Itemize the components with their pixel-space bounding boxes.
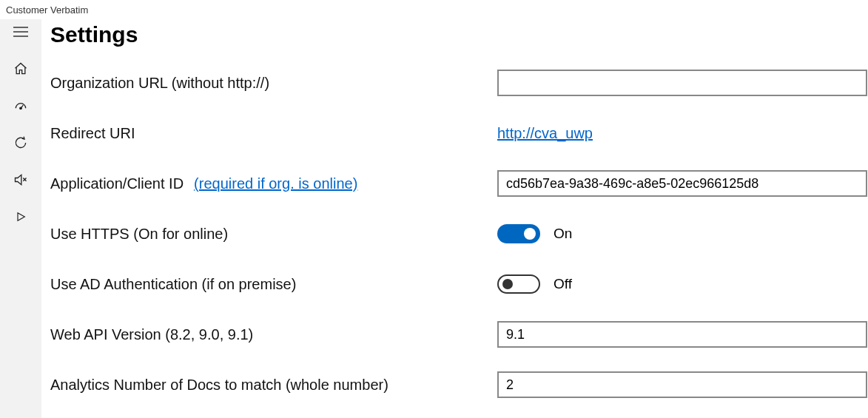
toggle-use-https[interactable]: [497, 224, 540, 243]
hamburger-icon[interactable]: [13, 24, 29, 40]
label-api-version: Web API Version (8.2, 9.0, 9.1): [50, 326, 497, 343]
settings-panel: Settings Organization URL (without http:…: [41, 19, 868, 418]
play-icon[interactable]: [13, 209, 29, 225]
input-analytics-docs[interactable]: [497, 371, 867, 398]
window-title: Customer Verbatim: [0, 0, 868, 19]
row-client-id: Application/Client ID (required if org. …: [50, 158, 868, 209]
speedometer-icon[interactable]: [13, 98, 29, 114]
label-analytics-docs: Analytics Number of Docs to match (whole…: [50, 377, 497, 394]
mute-icon[interactable]: [13, 172, 29, 188]
sidebar: [0, 19, 41, 418]
svg-marker-7: [18, 213, 24, 221]
label-org-url: Organization URL (without http://): [50, 75, 497, 92]
hint-client-id[interactable]: (required if org. is online): [194, 175, 357, 192]
row-api-version: Web API Version (8.2, 9.0, 9.1): [50, 309, 868, 360]
page-title: Settings: [50, 22, 868, 47]
toggle-use-https-state: On: [554, 226, 572, 242]
row-use-ad-auth: Use AD Authentication (if on premise) Of…: [50, 259, 868, 309]
toggle-use-ad-auth-state: Off: [554, 276, 572, 292]
label-use-ad-auth: Use AD Authentication (if on premise): [50, 276, 497, 293]
row-use-https: Use HTTPS (On for online) On: [50, 209, 868, 259]
label-client-id: Application/Client ID: [50, 175, 184, 192]
link-redirect-uri[interactable]: http://cva_uwp: [497, 125, 593, 142]
row-analytics-docs: Analytics Number of Docs to match (whole…: [50, 360, 868, 410]
label-redirect-uri: Redirect URI: [50, 125, 497, 142]
input-org-url[interactable]: [497, 70, 867, 96]
row-org-url: Organization URL (without http://): [50, 58, 868, 108]
row-redirect-uri: Redirect URI http://cva_uwp: [50, 108, 868, 158]
refresh-icon[interactable]: [13, 135, 29, 151]
label-use-https: Use HTTPS (On for online): [50, 226, 497, 243]
input-api-version[interactable]: [497, 321, 867, 348]
input-client-id[interactable]: [497, 170, 867, 197]
home-icon[interactable]: [13, 61, 29, 77]
toggle-use-ad-auth[interactable]: [497, 274, 540, 294]
